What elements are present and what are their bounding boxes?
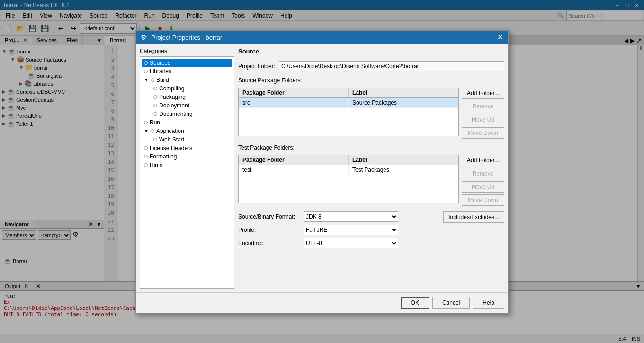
cat-item-license[interactable]: License Headers xyxy=(142,144,232,152)
cat-label-packaging: Packaging xyxy=(159,94,186,100)
source-cell-folder-1: src xyxy=(239,98,349,107)
source-table-body: src Source Packages xyxy=(239,98,458,136)
test-move-up-button[interactable]: Move Up xyxy=(462,181,504,193)
profile-label: Profile: xyxy=(238,227,300,233)
cat-circle-libraries xyxy=(144,70,148,73)
dialog-close-button[interactable]: ✕ xyxy=(497,34,503,41)
encoding-label: Encoding: xyxy=(238,240,300,246)
cat-circle-license xyxy=(144,146,148,150)
test-table-body: test Test Packages xyxy=(239,165,458,203)
cat-toggle-build[interactable]: ▼ xyxy=(144,77,149,82)
source-cell-label-1: Source Packages xyxy=(349,98,458,107)
cat-toggle-application[interactable]: ▼ xyxy=(144,128,149,133)
dialog-footer: OK Cancel Help xyxy=(136,292,508,313)
test-table-buttons: Add Folder... Remove Move Up Move Down xyxy=(462,155,504,206)
test-table-section: Package Folder Label test Test Packages xyxy=(238,155,504,206)
source-binary-row: Source/Binary Format: JDK 8 xyxy=(238,211,436,222)
categories-label: Categories: xyxy=(140,48,234,54)
bottom-right-field: Includes/Excludes... xyxy=(443,211,504,223)
test-table-container: Package Folder Label test Test Packages xyxy=(238,155,459,203)
cat-label-sources: Sources xyxy=(150,60,170,66)
source-table-container: Package Folder Label src Source Packages xyxy=(238,88,459,136)
source-section-title: Source xyxy=(238,48,504,57)
cat-label-hints: Hints xyxy=(150,162,162,168)
cat-item-hints[interactable]: Hints xyxy=(142,161,232,169)
cat-circle-webstart xyxy=(153,138,157,141)
cat-circle-compiling xyxy=(153,87,157,90)
cat-label-formatting: Formatting xyxy=(150,153,177,160)
test-remove-button[interactable]: Remove xyxy=(462,168,504,179)
cat-label-run: Run xyxy=(150,119,160,126)
cat-label-deployment: Deployment xyxy=(159,102,189,109)
includes-excludes-button[interactable]: Includes/Excludes... xyxy=(443,211,504,223)
cat-circle-run xyxy=(144,121,148,124)
cat-label-webstart: Web Start xyxy=(159,136,184,143)
project-folder-label: Project Folder: xyxy=(238,63,275,70)
cat-circle-formatting xyxy=(144,155,148,158)
dialog-main-content: Source Project Folder: Source Package Fo… xyxy=(238,48,504,289)
project-folder-row: Project Folder: xyxy=(238,61,504,71)
test-col-folder: Package Folder xyxy=(239,155,349,165)
source-col-folder: Package Folder xyxy=(239,88,349,97)
dialog-title-icon: ⚙ xyxy=(141,34,147,41)
test-cell-folder-1: test xyxy=(239,165,349,175)
dialog-title-text: Project Properties - borrar xyxy=(152,34,223,41)
bottom-left-fields: Source/Binary Format: JDK 8 Profile: Ful… xyxy=(238,211,436,248)
cat-item-application[interactable]: ▼ Application xyxy=(142,127,232,135)
cat-item-libraries[interactable]: Libraries xyxy=(142,67,232,76)
cat-label-compiling: Compiling xyxy=(159,85,184,92)
test-col-label: Label xyxy=(349,155,458,165)
test-cell-label-1: Test Packages xyxy=(349,165,458,175)
bottom-fields: Source/Binary Format: JDK 8 Profile: Ful… xyxy=(238,211,504,248)
cat-circle-hints xyxy=(144,163,148,167)
cat-circle-sources xyxy=(144,61,148,65)
test-table-header: Package Folder Label xyxy=(239,155,458,165)
cat-circle-build xyxy=(151,78,154,82)
source-add-folder-button[interactable]: Add Folder... xyxy=(462,88,504,99)
profile-row: Profile: Full JRE xyxy=(238,225,436,235)
cat-item-deployment[interactable]: Deployment xyxy=(142,101,232,110)
source-table-section: Package Folder Label src Source Packages xyxy=(238,88,504,139)
cat-item-build[interactable]: ▼ Build xyxy=(142,76,232,84)
cat-circle-application xyxy=(151,129,154,133)
cat-label-libraries: Libraries xyxy=(150,68,171,75)
cat-circle-documenting xyxy=(153,112,157,116)
test-move-down-button[interactable]: Move Down xyxy=(462,194,504,206)
project-properties-dialog: ⚙ Project Properties - borrar ✕ Categori… xyxy=(135,30,509,314)
profile-select[interactable]: Full JRE xyxy=(304,225,398,235)
source-binary-select[interactable]: JDK 8 xyxy=(304,211,398,222)
project-folder-input[interactable] xyxy=(279,61,504,71)
source-col-label: Label xyxy=(349,88,458,97)
source-binary-label: Source/Binary Format: xyxy=(238,213,300,220)
test-table: Package Folder Label test Test Packages xyxy=(238,155,459,206)
cat-item-compiling[interactable]: Compiling xyxy=(142,84,232,93)
dialog-body: Categories: Sources Libraries ▼ xyxy=(136,44,508,292)
test-row-1[interactable]: test Test Packages xyxy=(239,165,458,175)
test-package-label: Test Package Folders: xyxy=(238,144,504,151)
cat-label-documenting: Documenting xyxy=(159,111,193,117)
ok-button[interactable]: OK xyxy=(401,297,429,309)
categories-tree: Sources Libraries ▼ Build xyxy=(140,56,234,289)
cat-label-license: License Headers xyxy=(150,145,192,151)
test-add-folder-button[interactable]: Add Folder... xyxy=(462,155,504,166)
modal-overlay: ⚙ Project Properties - borrar ✕ Categori… xyxy=(0,0,644,343)
categories-panel: Categories: Sources Libraries ▼ xyxy=(140,48,234,289)
source-move-down-button[interactable]: Move Down xyxy=(462,127,504,139)
cat-item-formatting[interactable]: Formatting xyxy=(142,152,232,161)
source-move-up-button[interactable]: Move Up xyxy=(462,114,504,125)
source-table-header: Package Folder Label xyxy=(239,88,458,98)
cat-item-packaging[interactable]: Packaging xyxy=(142,93,232,101)
dialog-title-bar: ⚙ Project Properties - borrar ✕ xyxy=(136,31,508,44)
encoding-row: Encoding: UTF-8 xyxy=(238,238,436,248)
source-remove-button[interactable]: Remove xyxy=(462,101,504,112)
cancel-button[interactable]: Cancel xyxy=(432,297,470,309)
cat-circle-deployment xyxy=(153,104,157,107)
cat-item-run[interactable]: Run xyxy=(142,118,232,127)
cat-item-documenting[interactable]: Documenting xyxy=(142,110,232,118)
cat-item-sources[interactable]: Sources xyxy=(142,59,232,67)
encoding-select[interactable]: UTF-8 xyxy=(304,238,398,248)
help-button[interactable]: Help xyxy=(473,297,504,309)
source-row-1[interactable]: src Source Packages xyxy=(239,98,458,108)
dialog-title-left: ⚙ Project Properties - borrar xyxy=(141,34,222,41)
cat-item-webstart[interactable]: Web Start xyxy=(142,135,232,144)
